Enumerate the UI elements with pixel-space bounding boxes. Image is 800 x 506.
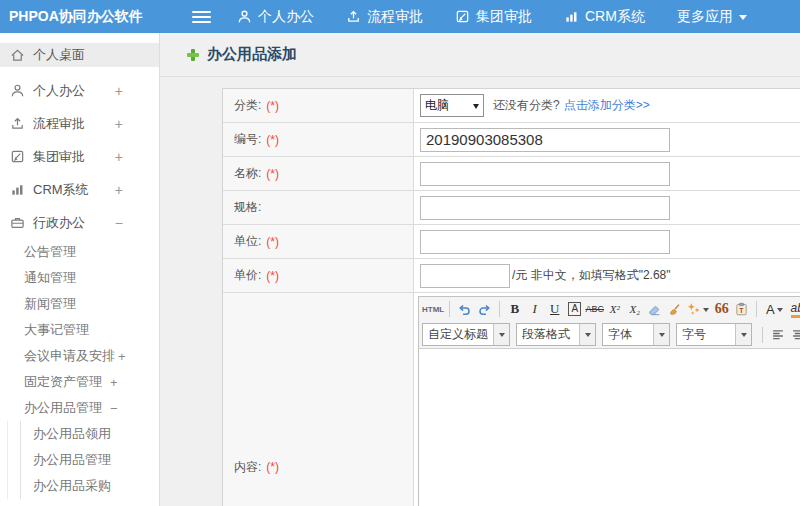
select-value: 字号 (677, 324, 735, 345)
main-content: 办公用品添加 分类: (*) 电脑 还没有分类? 点击添加分类>> (160, 33, 800, 506)
caret-down-icon (739, 15, 747, 24)
name-input[interactable] (420, 162, 670, 186)
strikethrough-icon[interactable]: ABC (585, 299, 604, 319)
code-input[interactable] (420, 128, 670, 152)
blockquote-icon[interactable]: 66 (712, 299, 731, 319)
undo-icon[interactable] (455, 299, 474, 319)
code-field-cell (414, 123, 800, 156)
spec-field-cell (414, 191, 800, 224)
collapse-minus-icon[interactable]: − (110, 401, 118, 416)
font-color-icon[interactable]: A (762, 299, 786, 319)
font-size-select[interactable]: 字号 (676, 323, 752, 346)
hamburger-icon[interactable] (192, 11, 211, 23)
toolbar-divider (449, 301, 450, 317)
paragraph-format-select[interactable]: 段落格式 (516, 323, 596, 346)
nav-item-workflow-approval[interactable]: 流程审批 (346, 8, 423, 26)
sidebar-item-personal-desktop[interactable]: 个人桌面 (0, 43, 159, 67)
sidebar-subitem-supplies-management[interactable]: 办公用品管理 (21, 447, 159, 473)
sidebar-item-label: 个人办公 (33, 82, 85, 100)
supplies-submenu-wrap: 办公用品领用 办公用品管理 办公用品采购 (7, 421, 159, 499)
editor-content-area[interactable] (419, 348, 800, 506)
expand-plus-icon[interactable]: + (118, 349, 126, 364)
required-mark: (*) (266, 167, 279, 181)
sidebar-subitem-supplies-requisition[interactable]: 办公用品领用 (21, 421, 159, 447)
nav-item-crm-system[interactable]: CRM系统 (564, 8, 645, 26)
field-label: 编号: (234, 131, 261, 148)
bar-chart-icon (564, 9, 579, 24)
underline-icon[interactable]: U (545, 299, 564, 319)
expand-plus-icon[interactable]: + (115, 182, 147, 198)
required-mark: (*) (266, 269, 279, 283)
unit-field-cell (414, 225, 800, 258)
submenu-label: 新闻管理 (24, 295, 76, 313)
eraser-icon[interactable] (645, 299, 664, 319)
caret-down-icon (653, 324, 669, 345)
toolbar-divider (499, 301, 500, 317)
sidebar-subitem-supplies-purchase[interactable]: 办公用品采购 (21, 473, 159, 499)
form-row-content: 内容: (*) HTML (223, 293, 800, 506)
italic-icon[interactable]: I (525, 299, 544, 319)
custom-title-select[interactable]: 自定义标题 (422, 323, 510, 346)
sidebar-subitem-announcement-mgmt[interactable]: 公告管理 (0, 239, 159, 265)
top-bar: PHPOA协同办公软件 个人办公 流程审批 集团审批 (0, 0, 800, 33)
expand-plus-icon[interactable]: + (115, 116, 147, 132)
sidebar-subitem-meeting-request[interactable]: 会议申请及安排 + (0, 343, 159, 369)
clear-format-brush-icon[interactable] (665, 299, 684, 319)
sidebar-subitem-office-supplies-mgmt[interactable]: 办公用品管理 − (0, 395, 159, 421)
redo-icon[interactable] (475, 299, 494, 319)
align-left-icon[interactable] (768, 325, 787, 345)
nav-item-personal-office[interactable]: 个人办公 (237, 8, 314, 26)
price-input[interactable] (420, 264, 510, 288)
add-category-link[interactable]: 点击添加分类>> (564, 97, 650, 114)
code-label-cell: 编号: (*) (223, 123, 414, 156)
category-select-value: 电脑 (425, 97, 449, 114)
nav-item-more-apps[interactable]: 更多应用 (677, 8, 747, 26)
sidebar-item-administrative-office[interactable]: 行政办公 − (0, 206, 159, 239)
nav-item-group-approval[interactable]: 集团审批 (455, 8, 532, 26)
required-mark: (*) (266, 460, 279, 474)
add-plus-icon (186, 48, 200, 62)
field-label: 规格: (234, 199, 261, 216)
bold-icon[interactable]: B (505, 299, 524, 319)
submenu-label: 固定资产管理 (24, 373, 102, 391)
expand-plus-icon[interactable]: + (115, 83, 147, 99)
sidebar-subitem-notice-mgmt[interactable]: 通知管理 (0, 265, 159, 291)
html-source-icon[interactable]: HTML (422, 299, 444, 319)
brand-logo: PHPOA协同办公软件 (0, 8, 160, 26)
expand-plus-icon[interactable]: + (110, 375, 118, 390)
nav-label: CRM系统 (585, 8, 645, 26)
sidebar-subitem-fixed-assets-mgmt[interactable]: 固定资产管理 + (0, 369, 159, 395)
edit-icon (455, 9, 470, 24)
sidebar-item-label: 个人桌面 (33, 46, 85, 64)
toolbar-divider (756, 301, 757, 317)
font-family-select[interactable]: 字体 (602, 323, 670, 346)
expand-plus-icon[interactable]: + (115, 149, 147, 165)
category-select[interactable]: 电脑 (420, 94, 484, 117)
sidebar-item-group-approval[interactable]: 集团审批 + (0, 140, 159, 173)
auto-format-icon[interactable] (685, 299, 711, 319)
sidebar-item-crm-system[interactable]: CRM系统 + (0, 173, 159, 206)
sidebar-item-personal-office[interactable]: 个人办公 + (0, 74, 159, 107)
spec-input[interactable] (420, 196, 670, 220)
caret-down-icon (493, 324, 509, 345)
supplies-submenu: 办公用品领用 办公用品管理 办公用品采购 (20, 421, 159, 499)
required-mark: (*) (266, 133, 279, 147)
font-style-icon[interactable]: A (565, 299, 584, 319)
sidebar-subitem-memorabilia-mgmt[interactable]: 大事记管理 (0, 317, 159, 343)
form-row-code: 编号: (*) (223, 123, 800, 157)
unit-input[interactable] (420, 230, 670, 254)
subscript-icon[interactable]: X₂ (625, 299, 644, 319)
sidebar-subitem-news-mgmt[interactable]: 新闻管理 (0, 291, 159, 317)
superscript-icon[interactable]: X² (605, 299, 624, 319)
collapse-minus-icon[interactable]: − (115, 215, 147, 231)
highlight-color-icon[interactable]: ab (787, 299, 800, 319)
field-label: 内容: (234, 459, 261, 476)
submenu-label: 大事记管理 (24, 321, 89, 339)
required-mark: (*) (266, 235, 279, 249)
app-window: PHPOA协同办公软件 个人办公 流程审批 集团审批 (0, 0, 800, 506)
align-center-icon[interactable] (788, 325, 800, 345)
editor-toolbar-row-2: 自定义标题 段落格式 字体 (419, 321, 800, 348)
page-title-bar: 办公用品添加 (160, 33, 800, 77)
paste-text-icon[interactable]: T (732, 299, 751, 319)
sidebar-item-workflow-approval[interactable]: 流程审批 + (0, 107, 159, 140)
